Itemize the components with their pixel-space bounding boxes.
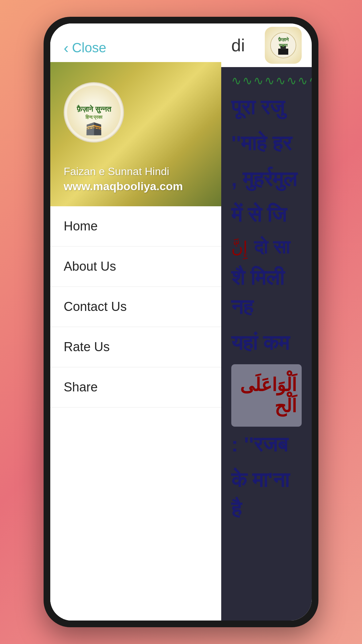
hindi-text-6: शै मिली नह [231,263,302,322]
kaaba-icon: 🕋 [85,119,102,137]
menu-item-home[interactable]: Home [50,206,221,247]
app-logo-circle: फ़ैज़ाने सुन्नत हिन्द प्रका 🕋 [64,82,124,143]
mixed-row-1: إِنَّ दो सा [231,236,302,258]
hindi-text-5: दो सा [254,236,290,258]
menu-item-about-us[interactable]: About Us [50,247,221,287]
phone-screen: ‹ Close फ़ैज़ाने सुन्नत हिन्द प्रका 🕋 Fa… [50,23,312,621]
app-icon-right: फ़ैज़ाने सुन्नत [265,27,302,64]
logo-arabic-text: फ़ैज़ाने सुन्नत [77,105,111,114]
hindi-text-4: में से जि [231,200,302,229]
hindi-text-2: ''माहे हर [231,129,302,158]
content-panel: di फ़ैज़ाने सुन्नत ∿∿∿∿∿∿∿∿∿∿∿∿∿∿∿∿ पूरा… [221,23,312,621]
content-body: ∿∿∿∿∿∿∿∿∿∿∿∿∿∿∿∿ पूरा रजु ''माहे हर , मु… [221,67,312,621]
svg-point-5 [282,45,284,47]
drawer-header: ‹ Close [50,23,221,62]
hindi-text-8: : ''रजब [231,430,302,459]
arabic-text-1: إِنَّ [231,238,247,257]
drawer-banner: फ़ैज़ाने सुन्नत हिन्द प्रका 🕋 Faizan e S… [50,62,221,206]
arabic-text-2: اَلْوَاعَلَی اَلْح [236,374,297,417]
wavy-decoration: ∿∿∿∿∿∿∿∿∿∿∿∿∿∿∿∿ [231,74,302,88]
back-arrow-icon: ‹ [64,41,69,55]
app-logo-inner: फ़ैज़ाने सुन्नत हिन्द प्रका 🕋 [67,86,121,139]
menu-item-rate-us[interactable]: Rate Us [50,327,221,367]
svg-text:फ़ैज़ाने: फ़ैज़ाने [278,37,289,42]
phone-frame: ‹ Close फ़ैज़ाने सुन्नत हिन्द प्रका 🕋 Fa… [44,17,318,627]
close-label: Close [72,40,106,55]
content-top-bar: di फ़ैज़ाने सुन्नत [221,23,312,67]
menu-list: Home About Us Contact Us Rate Us Share [50,206,221,621]
menu-empty-space [50,408,221,621]
hindi-text-3: , मुहर्रमुल [231,165,302,194]
app-title-right: di [231,35,245,55]
menu-item-share[interactable]: Share [50,367,221,408]
drawer-panel: ‹ Close फ़ैज़ाने सुन्नत हिन्द प्रका 🕋 Fa… [50,23,221,621]
website-label: www.maqbooliya.com [64,180,208,193]
close-button[interactable]: ‹ Close [64,40,106,55]
svg-rect-3 [278,49,288,55]
hindi-text-9: के मा'ना है [231,466,302,524]
hindi-text-1: पूरा रजु [231,93,302,122]
hindi-text-7: यहां कम [231,328,302,358]
arabic-overlay: اَلْوَاعَلَی اَلْح [231,364,302,427]
app-name-label: Faizan e Sunnat Hindi [64,165,208,178]
menu-item-contact-us[interactable]: Contact Us [50,287,221,327]
